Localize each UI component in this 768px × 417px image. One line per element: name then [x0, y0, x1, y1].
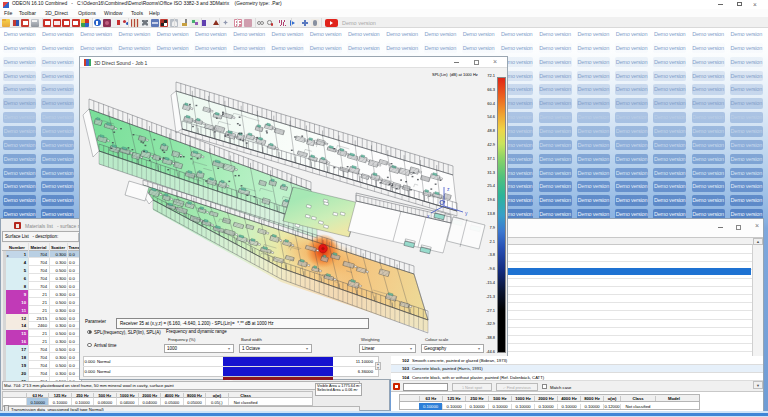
svg-text:y: y	[465, 210, 468, 216]
